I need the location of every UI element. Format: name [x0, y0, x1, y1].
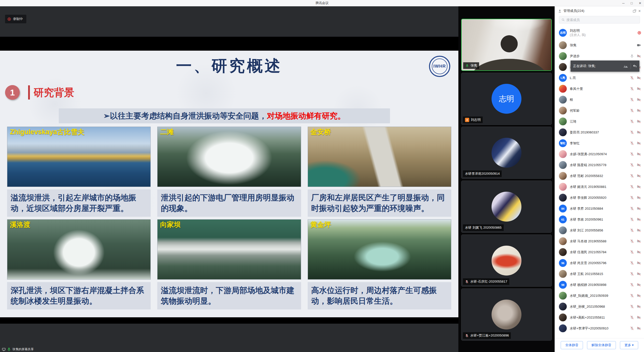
camera-muted-icon[interactable]	[637, 141, 641, 145]
video-thumbnail[interactable]: 水研+贾江栋+2020050896	[461, 288, 552, 341]
mic-muted-icon[interactable]	[630, 108, 634, 113]
recording-badge[interactable]: 录制中	[5, 15, 26, 23]
video-thumbnail[interactable]: 水研李泽前2020050914	[461, 127, 552, 179]
mic-muted-icon[interactable]	[630, 195, 634, 200]
mic-muted-icon[interactable]	[630, 141, 634, 145]
camera-muted-icon[interactable]	[637, 87, 641, 91]
camera-muted-icon[interactable]	[637, 228, 641, 232]
camera-muted-icon[interactable]	[637, 195, 641, 200]
camera-muted-icon[interactable]	[637, 261, 641, 265]
mic-muted-icon[interactable]	[630, 152, 634, 156]
video-thumbnail[interactable]: 志明	[461, 73, 552, 125]
member-row[interactable]: 志明 刘志明 (主持人, 我)	[555, 26, 644, 40]
member-row[interactable]: 水研 刘江 2020055856	[555, 225, 644, 236]
mic-muted-icon[interactable]	[630, 228, 634, 232]
member-row[interactable]: 98 水研 杨祯婷 2019050898	[555, 279, 644, 290]
member-row[interactable]: 84 水研 李昇 2021050884	[555, 203, 644, 214]
member-row[interactable]: 姜田亮 2019060337	[555, 127, 644, 138]
camera-muted-icon[interactable]	[637, 76, 641, 80]
member-row[interactable]: 水妍-张慧勇-2021050974	[555, 149, 644, 160]
camera-muted-icon[interactable]	[637, 43, 641, 47]
member-row[interactable]: 张隽	[555, 40, 644, 51]
video-thumbnail[interactable]: 水研 刘翼飞 2020050865	[461, 181, 552, 233]
mic-muted-icon[interactable]	[630, 174, 634, 178]
mic-muted-icon[interactable]	[630, 87, 634, 91]
mic-muted-icon[interactable]	[630, 185, 634, 189]
mic-muted-icon[interactable]	[630, 239, 634, 243]
popout-panel-icon[interactable]	[633, 9, 636, 13]
panel-action-button[interactable]: 全体静音	[561, 341, 583, 349]
member-row[interactable]: 江琦	[555, 116, 644, 127]
member-search-input[interactable]	[567, 18, 637, 22]
mic-muted-icon[interactable]	[630, 54, 634, 58]
member-row[interactable]: 水研+高航+2021055811	[555, 312, 644, 323]
camera-muted-icon[interactable]	[637, 283, 641, 287]
close-icon[interactable]: ✕	[639, 2, 641, 5]
mic-muted-icon[interactable]	[630, 163, 634, 167]
member-row[interactable]: 水研 姬清元 2019050881	[555, 181, 644, 192]
camera-muted-icon[interactable]	[637, 163, 641, 167]
camera-muted-icon[interactable]	[637, 315, 641, 320]
mic-muted-icon[interactable]	[630, 283, 634, 287]
mic-muted-icon[interactable]	[630, 326, 634, 330]
member-row[interactable]: 水研 范彬 2020055832	[555, 170, 644, 181]
mic-muted-icon[interactable]	[630, 261, 634, 265]
member-search-box[interactable]	[559, 16, 640, 24]
camera-muted-icon[interactable]	[637, 250, 641, 254]
camera-muted-icon[interactable]	[637, 185, 641, 189]
camera-muted-icon[interactable]	[637, 304, 641, 309]
member-row[interactable]: 61 水研 李政 2020050961	[555, 214, 644, 225]
mic-muted-icon[interactable]	[630, 97, 634, 102]
panel-action-button[interactable]: 解除全体静音	[587, 341, 616, 349]
camera-muted-icon[interactable]	[637, 174, 641, 178]
mic-muted-icon[interactable]	[630, 304, 634, 309]
camera-muted-icon[interactable]	[637, 326, 641, 330]
camera-muted-icon[interactable]	[637, 54, 641, 58]
mic-muted-icon[interactable]	[630, 272, 634, 276]
maximize-icon[interactable]: □	[631, 2, 633, 5]
camera-muted-icon[interactable]	[637, 217, 641, 222]
camera-muted-icon[interactable]	[637, 130, 641, 134]
member-texts: 李智红	[570, 141, 627, 146]
close-panel-icon[interactable]: ✕	[638, 9, 641, 13]
member-row[interactable]: 春风十里	[555, 83, 644, 94]
panel-action-button[interactable]: 更多 ▾	[620, 341, 638, 349]
camera-muted-icon[interactable]	[637, 119, 641, 124]
member-row[interactable]: 水研 任晟民 2021055784	[555, 247, 644, 258]
mic-muted-icon[interactable]	[630, 76, 634, 80]
mic-muted-icon[interactable]	[630, 315, 634, 320]
camera-muted-icon[interactable]	[637, 272, 641, 276]
camera-muted-icon[interactable]	[637, 206, 641, 211]
member-row[interactable]: 智红 李智红	[555, 138, 644, 149]
video-thumbnail[interactable]: 张隽	[461, 19, 552, 71]
member-row[interactable]: 96 水研 尚京萱 2020055796	[555, 258, 644, 268]
member-row[interactable]: 水研 马肖雄 2019055588	[555, 236, 644, 247]
camera-muted-icon[interactable]	[637, 239, 641, 243]
avatar	[559, 194, 567, 202]
mic-muted-icon[interactable]	[630, 217, 634, 222]
camera-muted-icon[interactable]	[637, 152, 641, 156]
video-thumbnail[interactable]: 水研-石庆红-2020055817	[461, 234, 552, 287]
mic-muted-icon[interactable]	[630, 206, 634, 211]
member-row[interactable]: L亮 L.亮	[555, 72, 644, 83]
mic-muted-icon[interactable]	[630, 250, 634, 254]
mic-muted-icon[interactable]	[630, 130, 634, 134]
reply-arrow-icon[interactable]	[633, 64, 637, 68]
member-row[interactable]: 水研_阮炳南_2021050939	[555, 290, 644, 301]
minimize-icon[interactable]: ─	[622, 2, 625, 5]
member-row[interactable]: 水研 陈星锟 2021055778	[555, 160, 644, 170]
member-row[interactable]: 水研 王航 2021055815	[555, 268, 644, 279]
camera-muted-icon[interactable]	[637, 108, 641, 113]
member-row[interactable]: 根	[555, 94, 644, 105]
member-list[interactable]: 志明 刘志明 (主持人, 我)	[555, 26, 644, 338]
mic-muted-icon[interactable]	[630, 119, 634, 124]
mic-muted-icon[interactable]	[630, 294, 634, 298]
member-row[interactable]: 何军龄	[555, 105, 644, 116]
member-row[interactable]: 水研 李佳辉 2020055920	[555, 192, 644, 203]
camera-muted-icon[interactable]	[637, 294, 641, 298]
camera-muted-icon[interactable]	[637, 97, 641, 102]
member-row[interactable]: 尹进步	[555, 51, 644, 62]
member-status-icons	[630, 315, 641, 320]
member-row[interactable]: 水研_孙骏_2021050968	[555, 301, 644, 312]
member-row[interactable]: 水研+李津宇+2020050910	[555, 323, 644, 334]
